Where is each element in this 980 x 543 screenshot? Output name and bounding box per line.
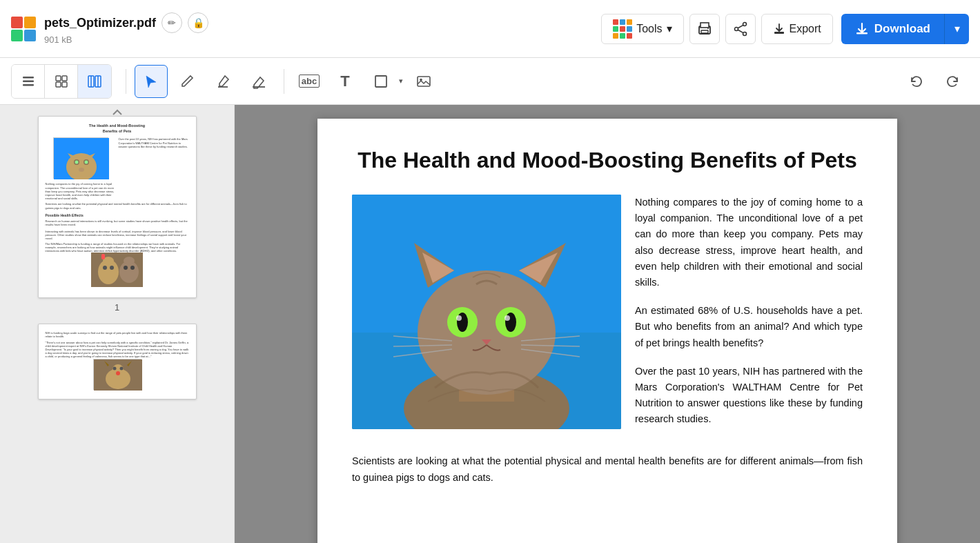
tools-button[interactable]: Tools ▾ (601, 14, 683, 44)
thumb-text-1c: Scientists are looking at what the poten… (46, 202, 189, 210)
svg-rect-17 (23, 84, 34, 86)
thumb-cat-image-1 (53, 137, 108, 179)
download-button[interactable]: Download (841, 14, 944, 44)
pencil-icon (179, 74, 195, 89)
redo-button[interactable] (936, 65, 969, 98)
svg-point-58 (418, 270, 556, 395)
grid-dot-4 (613, 26, 618, 32)
svg-rect-1 (24, 17, 36, 28)
thumb-text-1d: Research on human-animal interactions is… (46, 219, 189, 241)
svg-point-68 (504, 315, 510, 321)
download-dropdown-button[interactable]: ▾ (944, 14, 969, 44)
pdf-content-row: Nothing compares to the joy of coming ho… (352, 195, 863, 440)
scroll-indicator (0, 105, 234, 120)
svg-rect-15 (23, 77, 34, 79)
svg-rect-29 (418, 77, 430, 86)
svg-point-51 (112, 366, 116, 370)
file-name-row: pets_Optimizer.pdf ✏ 🔒 (44, 12, 208, 33)
eraser-tool-button[interactable] (242, 65, 275, 98)
page-1-number: 1 (115, 302, 119, 313)
pdf-paragraph-2: An estimated 68% of U.S. households have… (635, 303, 863, 351)
tools-grid-icon (613, 19, 632, 39)
tools-label: Tools (636, 23, 662, 35)
text-tool-button[interactable]: T (329, 65, 362, 98)
shapes-dropdown-arrow[interactable]: ▾ (398, 74, 404, 88)
page-2-thumb-image: NIH is funding large-scale surveys to fi… (38, 324, 197, 399)
text-icon: T (340, 72, 349, 90)
svg-rect-18 (56, 76, 61, 81)
thumb-text-1b: Over the past 10 years, NIH has partnere… (119, 137, 189, 200)
undo-button[interactable] (900, 65, 933, 98)
svg-rect-16 (23, 80, 34, 82)
page-2-thumbnail[interactable]: NIH is funding large-scale surveys to fi… (38, 324, 197, 399)
thumb-cat-svg (54, 138, 109, 179)
top-bar: pets_Optimizer.pdf ✏ 🔒 901 kB Tools ▾ (0, 0, 980, 58)
svg-point-10 (734, 27, 738, 30)
svg-rect-2 (11, 30, 23, 41)
pdf-page: The Health and Mood-Boosting Benefits of… (317, 119, 897, 543)
export-icon (773, 23, 785, 35)
text-annotate-icon: abc (299, 75, 320, 88)
shapes-tool-button[interactable] (364, 65, 398, 98)
svg-point-53 (116, 371, 120, 375)
image-tool-button[interactable] (407, 65, 440, 98)
pdf-paragraph-1: Nothing compares to the joy of coming ho… (635, 195, 863, 290)
thumb-section-header: Possible Health Effects (46, 213, 189, 218)
svg-rect-28 (375, 76, 386, 87)
file-info: pets_Optimizer.pdf ✏ 🔒 901 kB (44, 12, 208, 45)
grid-dot-8 (620, 33, 625, 39)
export-label: Export (790, 23, 821, 35)
svg-point-46 (124, 257, 135, 265)
toolbar-divider-1 (126, 69, 126, 94)
svg-point-52 (119, 366, 123, 370)
lock-button[interactable]: 🔒 (188, 12, 208, 33)
shapes-icon (373, 74, 389, 89)
share-button[interactable] (725, 14, 756, 44)
file-size: 901 kB (44, 34, 208, 45)
svg-rect-13 (774, 32, 784, 34)
svg-rect-5 (700, 23, 709, 28)
svg-point-36 (84, 161, 88, 164)
svg-point-9 (743, 32, 746, 35)
eraser-icon (251, 74, 266, 89)
pdf-paragraph-3: Over the past 10 years, NIH has partnere… (635, 364, 863, 428)
export-button[interactable]: Export (761, 14, 833, 44)
grid-view-icon (55, 75, 68, 88)
edit-filename-button[interactable]: ✏ (161, 12, 182, 33)
cat-svg (352, 195, 621, 429)
shapes-tool-group: ▾ (364, 65, 404, 98)
undo-icon (909, 74, 924, 89)
svg-point-40 (103, 266, 107, 270)
download-icon (855, 22, 869, 36)
pencil-tool-button[interactable] (170, 65, 204, 98)
grid-view-button[interactable] (45, 65, 78, 98)
undo-redo-group (900, 65, 969, 98)
svg-line-11 (738, 25, 743, 28)
top-center-toolbar: Tools ▾ Export (601, 14, 833, 44)
file-name: pets_Optimizer.pdf (44, 16, 156, 30)
svg-rect-0 (11, 17, 23, 28)
tools-chevron-icon: ▾ (667, 22, 672, 35)
highlight-tool-button[interactable] (206, 65, 239, 98)
svg-point-35 (75, 161, 78, 164)
svg-rect-3 (24, 30, 36, 41)
print-button[interactable] (689, 14, 720, 44)
thumb-text-1a: Nothing compares to the joy of coming ho… (46, 182, 116, 200)
text-annotate-tool-button[interactable]: abc (293, 65, 326, 98)
grid-dot-1 (613, 19, 618, 25)
svg-point-7 (707, 28, 709, 29)
page-1-thumbnail[interactable]: The Health and Mood-BoostingBenefits of … (38, 116, 197, 313)
grid-dot-7 (613, 33, 618, 39)
redo-icon (945, 74, 960, 89)
list-view-button[interactable] (12, 65, 45, 98)
main-content: The Health and Mood-BoostingBenefits of … (0, 105, 980, 543)
image-icon (416, 74, 431, 89)
thumb-title-1: The Health and Mood-BoostingBenefits of … (46, 124, 189, 134)
download-chevron-icon: ▾ (954, 22, 960, 35)
download-group: Download ▾ (841, 14, 969, 44)
thumb-sub-image (91, 253, 143, 287)
select-tool-button[interactable] (135, 65, 168, 98)
thumb-cat-image-2 (93, 359, 141, 390)
double-view-button[interactable] (78, 65, 111, 98)
svg-point-43 (124, 266, 128, 270)
